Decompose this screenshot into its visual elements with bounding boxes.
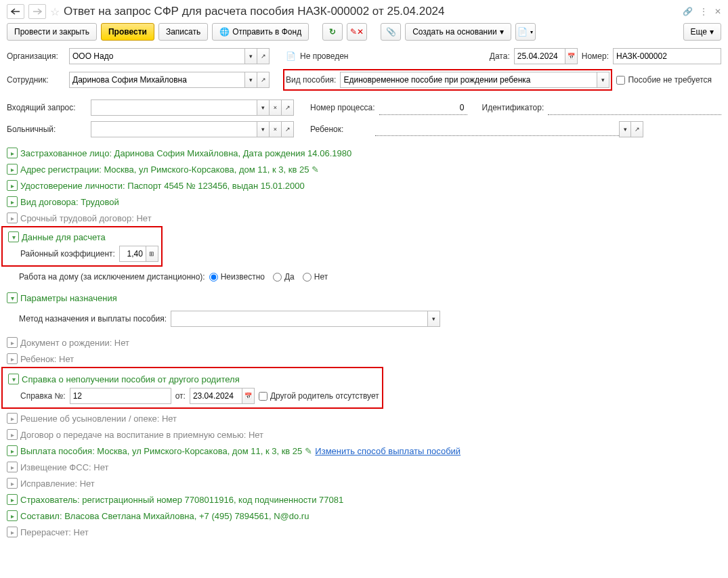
dropdown-button[interactable]: ▾ <box>245 48 257 64</box>
dropdown-button[interactable]: ▾ <box>257 99 270 116</box>
expand-icon[interactable] <box>7 445 18 456</box>
employee-label: Сотрудник: <box>7 75 65 85</box>
clear-button[interactable]: × <box>270 121 282 137</box>
assign-method-label: Метод назначения и выплаты пособия: <box>19 314 167 324</box>
chevron-down-icon: ▾ <box>530 29 533 35</box>
collapse-icon[interactable] <box>8 374 19 384</box>
post-close-button[interactable]: Провести и закрыть <box>7 23 97 41</box>
dropdown-button[interactable]: ▾ <box>245 72 257 88</box>
rk-input[interactable] <box>119 246 146 262</box>
link-icon[interactable]: 🔗 <box>683 7 693 16</box>
no-benefit-checkbox[interactable]: Пособие не требуется <box>616 75 712 85</box>
benefit-type-highlight: Вид пособия: ▾ <box>283 69 612 91</box>
refresh-button[interactable]: ↻ <box>322 23 343 41</box>
expand-icon[interactable] <box>7 353 18 364</box>
pencil-x-icon: ✎✕ <box>350 27 364 37</box>
back-button[interactable] <box>7 4 24 19</box>
org-input[interactable] <box>69 48 245 64</box>
radio-unknown[interactable]: Неизвестно <box>209 272 265 282</box>
dropdown-button[interactable]: ▾ <box>428 311 440 327</box>
collapse-icon[interactable] <box>8 231 19 242</box>
insured-line: Застрахованное лицо: Даринова София Миха… <box>20 148 351 158</box>
open-button[interactable]: ↗ <box>257 48 270 64</box>
pencil-icon[interactable]: ✎ <box>312 164 319 175</box>
child-label: Ребенок: <box>310 125 371 134</box>
expand-icon[interactable] <box>7 180 18 191</box>
record-button[interactable]: Записать <box>158 23 208 41</box>
process-num-input[interactable] <box>379 100 467 115</box>
doc-status-icon: 📄 <box>286 51 296 61</box>
incoming-req-label: Входящий запрос: <box>7 103 87 112</box>
cert-date-input[interactable] <box>190 388 242 404</box>
page-title: Ответ на запрос СФР для расчета пособия … <box>64 5 679 18</box>
report-button[interactable]: 📄▾ <box>515 23 536 41</box>
attach-button[interactable]: 📎 <box>381 23 401 41</box>
foster-line: Договор о передаче на воспитание в прием… <box>20 430 263 440</box>
assign-params-header: Параметры назначения <box>20 293 117 303</box>
workhome-label: Работа на дому (за исключением дистанцио… <box>19 272 205 282</box>
expand-icon[interactable] <box>7 413 18 424</box>
collapse-icon[interactable] <box>7 292 18 303</box>
calc-data-highlight: Данные для расчета Районный коэффициент:… <box>1 226 163 267</box>
cert-num-input[interactable] <box>70 388 171 404</box>
incoming-req-input[interactable] <box>91 99 257 116</box>
close-icon[interactable]: ✕ <box>714 7 721 16</box>
calendar-button[interactable]: 📅 <box>242 388 255 404</box>
pencil-icon[interactable]: ✎ <box>305 446 312 456</box>
insurer-line: Страхователь: регистрационный номер 7708… <box>20 495 343 505</box>
cert-section-highlight: Справка о неполучении пособия от другого… <box>1 367 383 409</box>
more-button[interactable]: Еще ▾ <box>683 23 721 41</box>
contract-line: Вид договора: Трудовой <box>20 197 119 207</box>
star-icon[interactable]: ☆ <box>50 5 60 18</box>
sickleave-input[interactable] <box>91 121 257 137</box>
create-based-button[interactable]: Создать на основании ▾ <box>405 23 511 41</box>
expand-icon[interactable] <box>7 478 18 489</box>
other-parent-checkbox[interactable]: Другой родитель отсутствует <box>259 391 379 401</box>
benefit-type-label: Вид пособия: <box>286 75 336 85</box>
post-button[interactable]: Провести <box>101 23 154 41</box>
dropdown-button[interactable]: ▾ <box>619 121 631 137</box>
expand-icon[interactable] <box>7 510 18 521</box>
expand-icon[interactable] <box>7 337 18 348</box>
number-input[interactable] <box>613 48 721 64</box>
identifier-label: Идентификатор: <box>482 103 544 112</box>
assign-method-input[interactable] <box>171 311 428 327</box>
open-button[interactable]: ↗ <box>282 121 294 137</box>
radio-yes[interactable]: Да <box>273 272 295 282</box>
clear-button[interactable]: × <box>270 99 282 116</box>
payment-line: Выплата пособия: Москва, ул Римского-Кор… <box>20 446 302 456</box>
radio-no[interactable]: Нет <box>303 272 328 282</box>
open-button[interactable]: ↗ <box>282 99 294 116</box>
recalc-line: Перерасчет: Нет <box>20 527 89 537</box>
expand-icon[interactable] <box>7 429 18 440</box>
open-button[interactable]: ↗ <box>631 121 643 137</box>
kebab-icon[interactable]: ⋮ <box>700 7 708 16</box>
calc-button[interactable]: ⊞ <box>146 246 158 262</box>
expand-icon[interactable] <box>7 164 18 175</box>
benefit-type-input[interactable] <box>340 72 597 88</box>
dropdown-button[interactable]: ▾ <box>597 72 609 88</box>
not-posted-label: Не проведен <box>300 51 348 61</box>
expand-icon[interactable] <box>7 196 18 207</box>
arrow-right-icon <box>33 8 42 15</box>
send-fund-button[interactable]: 🌐 Отправить в Фонд <box>212 23 309 41</box>
expand-icon[interactable] <box>7 494 18 505</box>
process-num-label: Номер процесса: <box>310 103 375 112</box>
identifier-input[interactable] <box>548 100 721 115</box>
employee-input[interactable] <box>69 72 245 88</box>
expand-icon[interactable] <box>7 148 18 158</box>
expand-icon[interactable] <box>7 213 18 223</box>
cert-from-label: от: <box>175 391 186 401</box>
open-button[interactable]: ↗ <box>257 72 270 88</box>
forward-button[interactable] <box>28 4 46 19</box>
dropdown-button[interactable]: ▾ <box>257 121 270 137</box>
cert-num-label: Справка №: <box>20 391 66 401</box>
child-input[interactable] <box>375 121 619 136</box>
date-input[interactable] <box>514 48 565 64</box>
expand-icon[interactable] <box>7 462 18 472</box>
calendar-button[interactable]: 📅 <box>565 48 578 64</box>
cancel-edit-button[interactable]: ✎✕ <box>347 23 367 41</box>
rk-label: Районный коэффициент: <box>20 249 115 259</box>
expand-icon[interactable] <box>7 527 18 537</box>
payment-change-link[interactable]: Изменить способ выплаты пособий <box>315 446 461 456</box>
